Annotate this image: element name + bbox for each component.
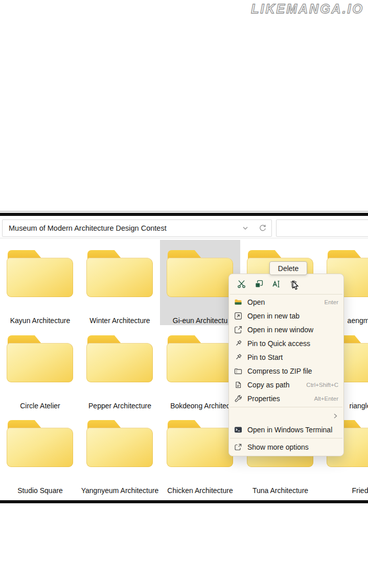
folder-label: Fried xyxy=(352,486,368,495)
folder-icon xyxy=(167,335,233,382)
menu-item-label: Open in Windows Terminal xyxy=(247,426,338,434)
menu-item-copy-as-path[interactable]: Copy as path Ctrl+Shift+C xyxy=(229,378,343,391)
menu-item-shortcut: Ctrl+Shift+C xyxy=(306,382,338,388)
chevron-right-icon xyxy=(332,413,338,419)
folder-item[interactable]: Pepper Architecture xyxy=(80,325,160,410)
menu-item-pin-to-quick-access[interactable]: Pin to Quick access xyxy=(229,336,343,350)
menu-item-label: Open xyxy=(247,298,325,306)
menu-separator xyxy=(230,438,342,438)
chevron-down-icon[interactable] xyxy=(241,224,250,233)
menu-separator xyxy=(230,294,342,295)
folder-label: Circle Atelier xyxy=(20,402,60,410)
folder-icon xyxy=(167,250,233,297)
folder-item[interactable]: Circle Atelier xyxy=(0,325,80,410)
menu-item-label: Open in new tab xyxy=(247,312,338,320)
menu-separator xyxy=(230,407,342,407)
rename-button[interactable] xyxy=(267,276,285,291)
menu-item-open-in-new-tab[interactable]: Open in new tab xyxy=(229,309,343,323)
context-menu-command-bar xyxy=(229,274,343,293)
open-new-tab-icon xyxy=(234,311,242,320)
folder-item[interactable]: Studio Square xyxy=(0,410,80,495)
cut-button[interactable] xyxy=(233,276,250,291)
pin-icon xyxy=(234,353,242,361)
wrench-icon xyxy=(234,394,242,403)
menu-item-open-in-windows-terminal[interactable]: Open in Windows Terminal xyxy=(229,423,343,436)
folder-label: aengmy xyxy=(348,316,368,325)
menu-item-label: Open in new window xyxy=(247,326,338,334)
search-input[interactable] xyxy=(276,219,368,237)
address-text: Museum of Modern Architecture Design Con… xyxy=(3,224,241,232)
copy-path-icon xyxy=(234,380,242,389)
menu-item-show-more-options[interactable]: Show more options xyxy=(229,440,343,454)
menu-item-label: Compress to ZIP file xyxy=(247,367,338,375)
folder-label: Bokdeong Architec xyxy=(170,402,230,410)
folder-label: Pepper Architecture xyxy=(88,402,151,410)
folder-label: Studio Square xyxy=(17,486,63,495)
folder-item[interactable]: Winter Architecture xyxy=(80,240,160,325)
folder-label: Tuna Architecture xyxy=(252,486,308,495)
panel-bottom-border xyxy=(0,500,368,503)
menu-item-submenu[interactable] xyxy=(229,409,343,423)
folder-label: Gi-eun Architectu xyxy=(173,316,227,325)
folder-icon xyxy=(7,335,73,382)
menu-item-shortcut: Enter xyxy=(325,299,339,305)
delete-tooltip: Delete xyxy=(269,261,307,275)
folder-icon xyxy=(7,250,73,297)
folder-icon xyxy=(7,420,73,467)
menu-item-shortcut: Alt+Enter xyxy=(314,396,338,402)
menu-item-label: Properties xyxy=(247,395,314,403)
terminal-icon xyxy=(234,425,242,434)
explorer-toolbar: Museum of Modern Architecture Design Con… xyxy=(0,216,368,238)
menu-item-open[interactable]: Open Enter xyxy=(229,295,343,309)
folder-icon xyxy=(234,298,242,306)
refresh-icon[interactable] xyxy=(258,224,267,233)
context-menu: Open Enter Open in new tab Open in new w… xyxy=(228,274,344,456)
menu-item-label: Copy as path xyxy=(247,381,306,389)
folder-item[interactable]: Kayun Architecture xyxy=(0,240,80,325)
folder-icon xyxy=(86,420,153,467)
site-watermark: LIKEMANGA.IO xyxy=(251,2,364,16)
menu-item-compress-to-zip[interactable]: Compress to ZIP file xyxy=(229,364,343,378)
folder-label: Chicken Architecture xyxy=(167,486,233,495)
mouse-cursor-icon xyxy=(292,281,299,290)
folder-label: Kayun Architecture xyxy=(10,316,71,325)
folder-label: riangle xyxy=(349,402,368,410)
menu-item-pin-to-start[interactable]: Pin to Start xyxy=(229,350,343,364)
panel-divider xyxy=(0,211,368,212)
address-bar[interactable]: Museum of Modern Architecture Design Con… xyxy=(2,219,272,237)
show-more-icon xyxy=(234,443,242,451)
zip-folder-icon xyxy=(234,366,242,375)
folder-label: Winter Architecture xyxy=(89,316,150,325)
folder-label: Yangnyeum Architecture xyxy=(81,486,159,495)
menu-item-label: Pin to Quick access xyxy=(247,339,338,348)
folder-icon xyxy=(86,250,153,297)
pin-icon xyxy=(234,339,242,348)
menu-item-label: Show more options xyxy=(247,443,338,451)
folder-icon xyxy=(167,420,233,467)
menu-item-properties[interactable]: Properties Alt+Enter xyxy=(229,391,343,405)
open-new-window-icon xyxy=(234,325,242,334)
menu-item-open-in-new-window[interactable]: Open in new window xyxy=(229,323,343,336)
copy-button[interactable] xyxy=(250,276,267,291)
folder-icon xyxy=(86,335,153,382)
menu-item-label: Pin to Start xyxy=(247,353,338,361)
folder-item[interactable]: Yangnyeum Architecture xyxy=(80,410,160,495)
blank-icon xyxy=(234,411,242,420)
